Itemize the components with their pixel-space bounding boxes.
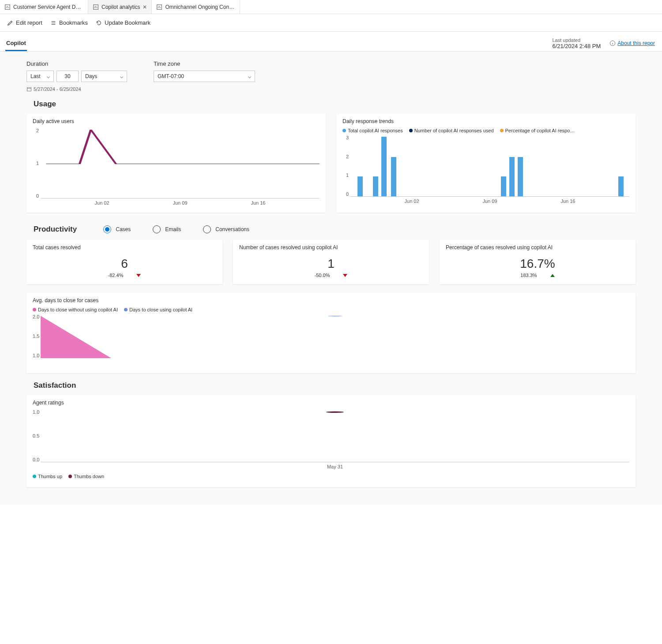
tab-label: Customer Service Agent Dash… bbox=[13, 4, 83, 10]
radio-emails[interactable]: Emails bbox=[153, 225, 181, 233]
radio-conversations[interactable]: Conversations bbox=[203, 225, 249, 233]
dau-line bbox=[41, 130, 320, 198]
avg-days-chart: 2.01.51.0 bbox=[33, 314, 629, 367]
agent-ratings-chart: 1.00.50.0 May 31 bbox=[33, 409, 629, 471]
daily-active-users-card: Daily active users 210 Jun 02 Jun 09 Jun… bbox=[26, 114, 326, 213]
toolbar: Edit report Bookmarks Update Bookmark bbox=[0, 14, 662, 32]
duration-count-input[interactable]: 30 bbox=[56, 71, 79, 82]
daily-response-trends-card: Daily response trends Total copilot AI r… bbox=[336, 114, 636, 213]
refresh-icon bbox=[96, 20, 102, 26]
duration-unit-select[interactable]: Days⌵ bbox=[81, 71, 127, 82]
trend-down-icon bbox=[343, 274, 347, 277]
drt-chart: 3210 Jun 02 Jun 09 Jun 16 bbox=[342, 135, 629, 206]
about-report-link[interactable]: About this repor bbox=[609, 40, 655, 46]
kpi-row: Total cases resolved 6 -82.4% Number of … bbox=[26, 240, 636, 284]
report-icon bbox=[93, 4, 99, 10]
last-updated: Last updated 6/21/2024 2:48 PM bbox=[552, 37, 601, 49]
close-icon[interactable]: ✕ bbox=[143, 4, 147, 10]
kpi-cases-copilot: Number of cases resolved using copilot A… bbox=[233, 240, 429, 284]
tab-label: Omnichannel Ongoing Conve… bbox=[165, 4, 235, 10]
timezone-filter: Time zone GMT-07:00⌵ bbox=[154, 60, 255, 92]
duration-filter: Duration Last⌵ 30 Days⌵ 5/27/2024 - 6/25… bbox=[26, 60, 127, 92]
calendar-icon bbox=[26, 86, 32, 92]
drt-legend: Total copilot AI responses Number of cop… bbox=[342, 128, 629, 133]
dau-chart: 210 Jun 02 Jun 09 Jun 16 bbox=[33, 128, 320, 207]
bookmarks-button[interactable]: Bookmarks bbox=[50, 19, 88, 26]
agent-ratings-title: Agent ratings bbox=[33, 400, 629, 406]
trend-down-icon bbox=[136, 274, 141, 277]
radio-icon bbox=[203, 225, 211, 233]
kpi-pct-copilot: Percentage of cases resolved using copil… bbox=[440, 240, 636, 284]
bookmarks-icon bbox=[50, 20, 56, 26]
radio-icon bbox=[153, 225, 161, 233]
radio-icon bbox=[103, 225, 111, 233]
radio-cases[interactable]: Cases bbox=[103, 225, 131, 233]
chevron-down-icon: ⌵ bbox=[47, 73, 50, 79]
last-updated-label: Last updated bbox=[552, 37, 601, 43]
filters: Duration Last⌵ 30 Days⌵ 5/27/2024 - 6/25… bbox=[26, 60, 636, 92]
avg-days-title: Avg. days to close for cases bbox=[33, 297, 629, 303]
agent-ratings-point bbox=[41, 411, 629, 462]
section-satisfaction-title: Satisfaction bbox=[34, 381, 636, 390]
chevron-down-icon: ⌵ bbox=[120, 73, 123, 79]
avg-days-card: Avg. days to close for cases Days to clo… bbox=[26, 293, 636, 373]
duration-last-select[interactable]: Last⌵ bbox=[26, 71, 54, 82]
tab-omnichannel[interactable]: Omnichannel Ongoing Conve… bbox=[152, 0, 240, 14]
update-bookmark-label: Update Bookmark bbox=[105, 19, 150, 26]
report-icon bbox=[4, 4, 11, 10]
report-content: Duration Last⌵ 30 Days⌵ 5/27/2024 - 6/25… bbox=[0, 52, 662, 505]
svg-point-7 bbox=[326, 412, 344, 413]
svg-marker-5 bbox=[41, 316, 111, 358]
edit-report-label: Edit report bbox=[16, 19, 42, 26]
about-report-label: About this repor bbox=[617, 40, 655, 46]
bookmarks-label: Bookmarks bbox=[59, 19, 88, 26]
pencil-icon bbox=[7, 20, 13, 26]
date-range-value: 5/27/2024 - 6/25/2024 bbox=[34, 86, 81, 92]
section-usage-title: Usage bbox=[34, 100, 636, 109]
svg-rect-4 bbox=[27, 87, 31, 91]
page-tab-copilot[interactable]: Copilot bbox=[5, 35, 27, 51]
date-range: 5/27/2024 - 6/25/2024 bbox=[26, 86, 127, 92]
kpi-total-cases: Total cases resolved 6 -82.4% bbox=[26, 240, 222, 284]
timezone-select[interactable]: GMT-07:00⌵ bbox=[154, 71, 255, 82]
trend-up-icon bbox=[550, 274, 555, 277]
drt-bars bbox=[350, 137, 629, 197]
last-updated-value: 6/21/2024 2:48 PM bbox=[552, 43, 601, 49]
drt-title: Daily response trends bbox=[342, 118, 629, 124]
agent-ratings-card: Agent ratings 1.00.50.0 May 31 Thumbs up… bbox=[26, 395, 636, 487]
tab-customer-service[interactable]: Customer Service Agent Dash… bbox=[0, 0, 88, 14]
productivity-radio-group: Cases Emails Conversations bbox=[103, 225, 249, 233]
section-productivity-title: Productivity bbox=[34, 225, 77, 234]
svg-point-6 bbox=[328, 316, 342, 316]
avg-days-area bbox=[41, 316, 629, 358]
timezone-label: Time zone bbox=[154, 60, 255, 67]
tab-label: Copilot analytics bbox=[102, 4, 140, 10]
page-header: Copilot Last updated 6/21/2024 2:48 PM A… bbox=[0, 32, 662, 52]
report-icon bbox=[156, 4, 162, 10]
duration-label: Duration bbox=[26, 60, 127, 67]
dau-title: Daily active users bbox=[33, 118, 320, 124]
tab-copilot-analytics[interactable]: Copilot analytics ✕ bbox=[88, 0, 152, 14]
tab-strip: Customer Service Agent Dash… Copilot ana… bbox=[0, 0, 662, 14]
info-icon bbox=[609, 40, 616, 46]
edit-report-button[interactable]: Edit report bbox=[7, 19, 42, 26]
chevron-down-icon: ⌵ bbox=[248, 73, 251, 79]
update-bookmark-button[interactable]: Update Bookmark bbox=[96, 19, 150, 26]
